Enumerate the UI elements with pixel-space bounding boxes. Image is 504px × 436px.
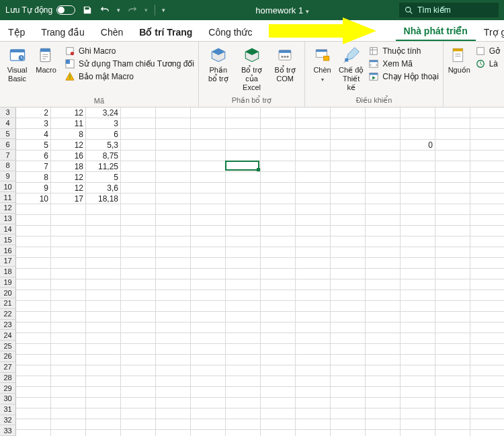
cell[interactable] (51, 387, 86, 398)
row-header[interactable]: 22 (0, 309, 16, 320)
cell[interactable] (331, 161, 366, 172)
cell[interactable] (470, 419, 504, 430)
cell[interactable] (121, 419, 156, 430)
cell[interactable] (470, 290, 504, 301)
cell[interactable] (331, 344, 366, 355)
cell[interactable] (401, 430, 435, 436)
cell[interactable] (261, 118, 296, 129)
source-button[interactable]: Nguồn (448, 44, 471, 75)
cell[interactable]: 18 (51, 161, 86, 172)
cell[interactable] (16, 301, 51, 312)
cell[interactable] (261, 365, 296, 376)
cell[interactable]: 3 (16, 118, 51, 129)
cell[interactable] (401, 193, 435, 204)
cell[interactable] (226, 183, 261, 193)
cell[interactable] (435, 118, 470, 129)
cell[interactable] (16, 226, 51, 236)
cell[interactable] (121, 430, 156, 436)
cell[interactable]: 11,25 (86, 161, 121, 172)
cell[interactable] (331, 365, 366, 376)
cell[interactable] (86, 290, 121, 301)
cell[interactable] (191, 355, 226, 365)
cell[interactable] (226, 344, 261, 355)
cell[interactable] (331, 183, 366, 193)
cell[interactable] (156, 344, 191, 355)
cell[interactable] (401, 161, 435, 172)
cell[interactable] (331, 226, 366, 236)
cell[interactable] (296, 140, 331, 150)
cell[interactable] (366, 140, 401, 150)
cell[interactable] (156, 419, 191, 430)
cell[interactable]: 6 (86, 129, 121, 140)
cell[interactable] (366, 376, 401, 387)
cell[interactable] (16, 344, 51, 355)
cell[interactable] (401, 118, 435, 129)
cell[interactable] (435, 279, 470, 290)
cell[interactable] (226, 322, 261, 333)
cell[interactable] (226, 140, 261, 150)
cell[interactable] (16, 204, 51, 215)
cell[interactable] (435, 226, 470, 236)
cell[interactable] (366, 226, 401, 236)
cell[interactable] (86, 333, 121, 344)
cell[interactable] (470, 312, 504, 322)
cell[interactable] (226, 355, 261, 365)
cell[interactable] (16, 376, 51, 387)
row-header[interactable]: 17 (0, 256, 16, 267)
cell[interactable] (226, 107, 261, 118)
cell[interactable] (331, 118, 366, 129)
cell[interactable] (86, 258, 121, 269)
cell[interactable] (156, 376, 191, 387)
cell[interactable] (156, 215, 191, 226)
relative-ref-button[interactable]: Sử dụng Tham chiếu Tương đối (65, 58, 194, 69)
cell[interactable] (470, 387, 504, 398)
cell[interactable] (366, 204, 401, 215)
tab-data[interactable]: Dữ (260, 23, 289, 41)
cell[interactable] (51, 430, 86, 436)
cell[interactable] (296, 419, 331, 430)
record-macro-button[interactable]: Ghi Macro (65, 46, 194, 56)
cell[interactable] (261, 290, 296, 301)
autosave-toggle[interactable]: Lưu Tự động (5, 5, 75, 15)
cell[interactable] (226, 376, 261, 387)
cell[interactable] (401, 247, 435, 258)
cell[interactable] (156, 258, 191, 269)
cell[interactable] (435, 236, 470, 247)
cell[interactable] (401, 301, 435, 312)
xml-go-button[interactable]: Gở (475, 46, 500, 56)
cell[interactable] (16, 269, 51, 279)
cell[interactable] (366, 118, 401, 129)
cell[interactable] (435, 215, 470, 226)
cell[interactable] (366, 312, 401, 322)
cell[interactable] (470, 279, 504, 290)
cell[interactable] (331, 312, 366, 322)
cell[interactable]: 3,6 (86, 183, 121, 193)
cell[interactable] (51, 290, 86, 301)
cell[interactable] (401, 387, 435, 398)
row-header[interactable]: 20 (0, 288, 16, 298)
cell[interactable] (86, 398, 121, 408)
cell[interactable] (51, 258, 86, 269)
row-header[interactable]: 5 (0, 129, 16, 140)
cell[interactable] (156, 355, 191, 365)
cell[interactable] (296, 376, 331, 387)
cell[interactable]: 12 (51, 172, 86, 183)
cell[interactable]: 3 (86, 118, 121, 129)
cell[interactable] (401, 355, 435, 365)
macro-security-button[interactable]: Bảo mật Macro (65, 71, 194, 82)
cell[interactable] (121, 301, 156, 312)
tab-formulas[interactable]: Công thức (200, 23, 260, 41)
cell[interactable] (470, 107, 504, 118)
row-header[interactable]: 25 (0, 341, 16, 351)
cell[interactable] (261, 376, 296, 387)
cell[interactable] (51, 269, 86, 279)
cell[interactable] (191, 161, 226, 172)
cell[interactable] (156, 408, 191, 419)
cell[interactable] (331, 107, 366, 118)
row-header[interactable]: 12 (0, 203, 16, 214)
cell[interactable] (191, 290, 226, 301)
cell[interactable] (121, 387, 156, 398)
cell[interactable] (261, 247, 296, 258)
cell[interactable] (296, 279, 331, 290)
com-addins-button[interactable]: Bổ trợ COM (269, 44, 300, 83)
